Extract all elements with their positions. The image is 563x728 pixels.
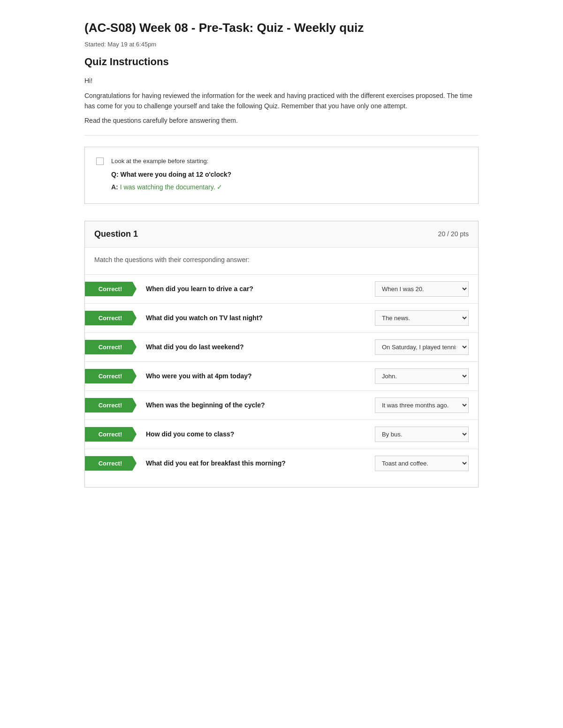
question-pts: 20 / 20 pts [438, 229, 469, 239]
intro-paragraph1: Congratulations for having reviewed the … [84, 90, 479, 112]
match-row: Correct!What did you eat for breakfast t… [85, 449, 478, 478]
match-row: Correct!When was the beginning of the cy… [85, 390, 478, 420]
match-answer-select[interactable]: The news. [375, 310, 469, 326]
match-answer-select[interactable]: On Saturday, I played tennis a... [375, 339, 469, 355]
example-answer-text: I was watching the documentary. [120, 183, 215, 191]
checkmark-icon: ✓ [217, 183, 222, 191]
correct-badge: Correct! [85, 369, 137, 384]
example-checkbox [96, 158, 104, 165]
page-title: (AC-S08) Week 08 - Pre-Task: Quiz - Week… [84, 19, 479, 37]
match-rows: Correct!When did you learn to drive a ca… [85, 274, 478, 487]
example-answer: A: I was watching the documentary. ✓ [111, 182, 467, 192]
read-text: Read the questions carefully before answ… [84, 116, 479, 126]
question-header: Question 1 20 / 20 pts [85, 221, 478, 248]
match-row: Correct!Who were you with at 4pm today?J… [85, 361, 478, 390]
example-content: Look at the example before starting: Q: … [111, 157, 467, 192]
match-row: Correct!What did you do last weekend?On … [85, 332, 478, 361]
quiz-instructions-heading: Quiz Instructions [84, 54, 479, 69]
match-answer-select[interactable]: By bus. [375, 427, 469, 442]
started-text: Started: May 19 at 6:45pm [84, 40, 479, 49]
match-question-text: What did you do last weekend? [146, 342, 375, 352]
match-answer-select[interactable]: John. [375, 368, 469, 384]
correct-badge: Correct! [85, 311, 137, 326]
match-row: Correct!What did you watch on TV last ni… [85, 303, 478, 332]
hi-text: Hi! [84, 76, 479, 86]
answer-prefix: A: [111, 183, 118, 191]
correct-badge: Correct! [85, 456, 137, 471]
match-question-text: When was the beginning of the cycle? [146, 400, 375, 410]
correct-badge: Correct! [85, 398, 137, 413]
match-answer-select[interactable]: It was three months ago. [375, 398, 469, 413]
example-question: Q: What were you doing at 12 o'clock? [111, 170, 467, 180]
divider [84, 135, 479, 135]
match-row: Correct!How did you come to class?By bus… [85, 420, 478, 449]
example-label: Look at the example before starting: [111, 157, 467, 166]
match-question-text: Who were you with at 4pm today? [146, 371, 375, 381]
match-question-text: How did you come to class? [146, 429, 375, 439]
correct-badge: Correct! [85, 282, 137, 297]
question-title: Question 1 [94, 228, 138, 240]
match-question-text: What did you watch on TV last night? [146, 313, 375, 323]
match-question-text: When did you learn to drive a car? [146, 284, 375, 294]
match-answer-select[interactable]: When I was 20. [375, 281, 469, 297]
question-instruction: Match the questions with their correspon… [85, 248, 478, 274]
correct-badge: Correct! [85, 340, 137, 355]
page-container: (AC-S08) Week 08 - Pre-Task: Quiz - Week… [70, 0, 493, 516]
question-card: Question 1 20 / 20 pts Match the questio… [84, 221, 479, 488]
correct-badge: Correct! [85, 427, 137, 442]
match-answer-select[interactable]: Toast and coffee. [375, 456, 469, 471]
example-box: Look at the example before starting: Q: … [84, 147, 479, 204]
match-question-text: What did you eat for breakfast this morn… [146, 458, 375, 468]
match-row: Correct!When did you learn to drive a ca… [85, 274, 478, 303]
